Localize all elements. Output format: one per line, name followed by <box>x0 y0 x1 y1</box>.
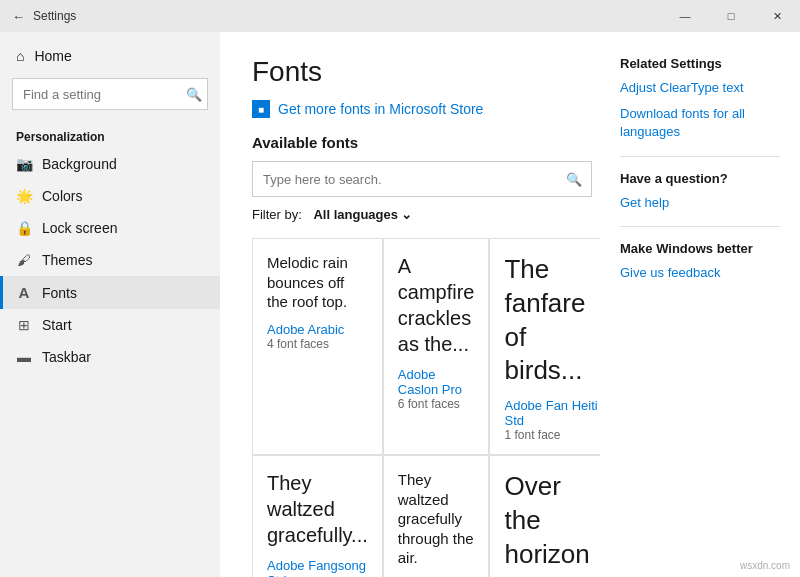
background-icon: 📷 <box>16 156 32 172</box>
divider-2 <box>620 226 780 227</box>
filter-label: Filter by: <box>252 207 302 222</box>
store-link-label: Get more fonts in Microsoft Store <box>278 101 483 117</box>
close-button[interactable]: ✕ <box>754 0 800 32</box>
titlebar: ← Settings — □ ✕ <box>0 0 800 32</box>
home-icon: ⌂ <box>16 48 24 64</box>
titlebar-controls: — □ ✕ <box>662 0 800 32</box>
font-preview: Melodic rain bounces off the roof top. <box>267 253 368 312</box>
cleartype-link[interactable]: Adjust ClearType text <box>620 79 780 97</box>
sidebar-item-label: Lock screen <box>42 220 117 236</box>
font-preview: They waltzed gracefully through the air. <box>398 470 475 568</box>
colors-icon: 🌟 <box>16 188 32 204</box>
font-name[interactable]: Adobe Arabic <box>267 322 368 337</box>
font-name[interactable]: Adobe Fangsong Std <box>267 558 368 577</box>
sidebar-item-lockscreen[interactable]: 🔒 Lock screen <box>0 212 220 244</box>
font-card-5[interactable]: Over the horizon come... Adobe Gothic St… <box>489 455 600 577</box>
home-label: Home <box>34 48 71 64</box>
font-card-3[interactable]: They waltzed gracefully... Adobe Fangson… <box>252 455 383 577</box>
search-input[interactable] <box>12 78 208 110</box>
app-body: ⌂ Home 🔍 Personalization 📷 Background 🌟 … <box>0 32 800 577</box>
font-preview: A campfire crackles as the... <box>398 253 475 357</box>
sidebar-item-themes[interactable]: 🖌 Themes <box>0 244 220 276</box>
minimize-button[interactable]: — <box>662 0 708 32</box>
fonts-search-input[interactable] <box>252 161 592 197</box>
fonts-search-icon: 🔍 <box>566 172 582 187</box>
sidebar-item-start[interactable]: ⊞ Start <box>0 309 220 341</box>
fonts-grid: Melodic rain bounces off the roof top. A… <box>252 238 568 577</box>
font-faces: 4 font faces <box>267 337 368 351</box>
sidebar-item-label: Colors <box>42 188 82 204</box>
watermark: wsxdn.com <box>740 560 790 571</box>
sidebar-item-label: Themes <box>42 252 93 268</box>
font-faces: 1 font face <box>504 428 597 442</box>
download-fonts-link[interactable]: Download fonts for all languages <box>620 105 780 141</box>
sidebar-item-label: Taskbar <box>42 349 91 365</box>
font-name[interactable]: Adobe Fan Heiti Std <box>504 398 597 428</box>
right-panel: Related Settings Adjust ClearType text D… <box>600 32 800 577</box>
start-icon: ⊞ <box>16 317 32 333</box>
store-link[interactable]: ■ Get more fonts in Microsoft Store <box>252 100 568 118</box>
question-title: Have a question? <box>620 171 780 186</box>
font-card-1[interactable]: A campfire crackles as the... Adobe Casl… <box>383 238 490 455</box>
maximize-button[interactable]: □ <box>708 0 754 32</box>
sidebar-item-label: Background <box>42 156 117 172</box>
font-card-2[interactable]: The fanfare of birds... Adobe Fan Heiti … <box>489 238 600 455</box>
filter-row: Filter by: All languages ⌄ <box>252 207 568 222</box>
get-help-link[interactable]: Get help <box>620 194 780 212</box>
related-settings-title: Related Settings <box>620 56 780 71</box>
sidebar-item-label: Start <box>42 317 72 333</box>
font-faces: 6 font faces <box>398 397 475 411</box>
search-icon[interactable]: 🔍 <box>186 87 202 102</box>
divider-1 <box>620 156 780 157</box>
fonts-icon: A <box>16 284 32 301</box>
filter-value: All languages <box>313 207 398 222</box>
fonts-search-container: 🔍 <box>252 161 592 197</box>
titlebar-left: ← Settings <box>12 9 76 24</box>
available-fonts-heading: Available fonts <box>252 134 568 151</box>
chevron-down-icon: ⌄ <box>401 207 412 222</box>
sidebar-item-fonts[interactable]: A Fonts <box>0 276 220 309</box>
sidebar-item-label: Fonts <box>42 285 77 301</box>
font-preview: They waltzed gracefully... <box>267 470 368 548</box>
section-title: Personalization <box>0 122 220 148</box>
font-card-4[interactable]: They waltzed gracefully through the air.… <box>383 455 490 577</box>
feedback-link[interactable]: Give us feedback <box>620 264 780 282</box>
sidebar-item-taskbar[interactable]: ▬ Taskbar <box>0 341 220 373</box>
sidebar-item-background[interactable]: 📷 Background <box>0 148 220 180</box>
font-card-0[interactable]: Melodic rain bounces off the roof top. A… <box>252 238 383 455</box>
main-content: Fonts ■ Get more fonts in Microsoft Stor… <box>220 32 600 577</box>
sidebar-home[interactable]: ⌂ Home <box>0 40 220 72</box>
taskbar-icon: ▬ <box>16 349 32 365</box>
sidebar-search-container: 🔍 <box>12 78 208 110</box>
font-preview: The fanfare of birds... <box>504 253 597 388</box>
feedback-title: Make Windows better <box>620 241 780 256</box>
filter-dropdown[interactable]: All languages ⌄ <box>313 207 412 222</box>
font-name[interactable]: Adobe Caslon Pro <box>398 367 475 397</box>
sidebar-item-colors[interactable]: 🌟 Colors <box>0 180 220 212</box>
themes-icon: 🖌 <box>16 252 32 268</box>
font-preview: Over the horizon come... <box>504 470 597 577</box>
page-title: Fonts <box>252 56 568 88</box>
back-icon[interactable]: ← <box>12 9 25 24</box>
sidebar: ⌂ Home 🔍 Personalization 📷 Background 🌟 … <box>0 32 220 577</box>
lockscreen-icon: 🔒 <box>16 220 32 236</box>
titlebar-title: Settings <box>33 9 76 23</box>
store-icon: ■ <box>252 100 270 118</box>
